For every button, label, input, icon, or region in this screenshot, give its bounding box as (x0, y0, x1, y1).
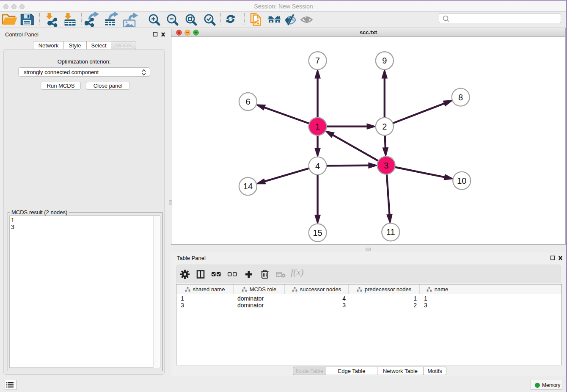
svg-text:3: 3 (384, 161, 388, 170)
svg-text:1: 1 (315, 122, 320, 131)
svg-text:9: 9 (382, 56, 387, 65)
svg-text:8: 8 (458, 93, 463, 102)
svg-text:10: 10 (457, 176, 466, 185)
svg-text:4: 4 (315, 161, 320, 171)
svg-text:2: 2 (382, 122, 387, 131)
svg-text:7: 7 (315, 56, 320, 65)
svg-text:14: 14 (243, 182, 253, 191)
svg-text:6: 6 (245, 97, 250, 106)
svg-text:15: 15 (313, 228, 322, 237)
svg-text:11: 11 (386, 227, 395, 237)
